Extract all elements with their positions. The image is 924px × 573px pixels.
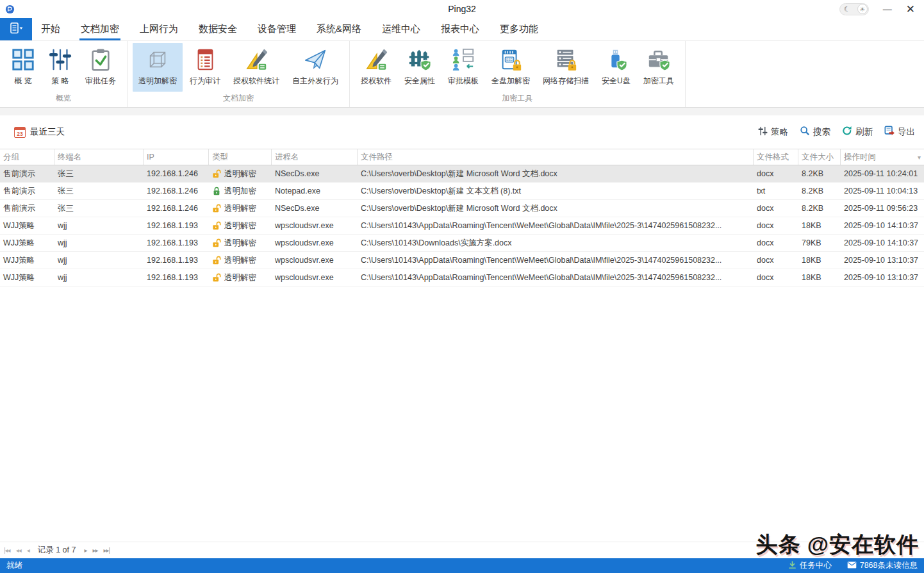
cell-group: WJJ策略 [0,217,54,234]
ribbon-item-label: 审批模板 [448,76,479,87]
column-header-7[interactable]: 文件格式 [754,149,798,165]
cell-ip: 192.168.1.193 [144,252,209,269]
ribbon-item[interactable]: 授权软件统计 [227,43,285,92]
cell-ip: 192.168.1.193 [144,269,209,286]
search-button[interactable]: 搜索 [800,126,830,138]
type-label: 透明解密 [224,272,256,283]
pager-prev-button[interactable]: ◂ [27,547,29,554]
ribbon-item[interactable]: 授权软件 [355,43,397,92]
ribbon-item[interactable]: 自主外发行为 [286,43,344,92]
cell-time: 2025-09-11 09:56:23 [841,200,924,217]
table-row[interactable]: 售前演示张三192.168.1.246透明解密NSecDs.exeC:\User… [0,165,924,183]
ribbon-item[interactable]: 策 略 [42,43,78,92]
column-header-5[interactable]: 进程名 [272,149,358,165]
table-row[interactable]: WJJ策略wjj192.168.1.193透明解密wpscloudsvr.exe… [0,269,924,286]
pager-next-button[interactable]: ▸ [84,547,87,554]
export-icon [884,126,895,138]
cell-ip: 192.168.1.246 [144,200,209,217]
ribbon-item[interactable]: 安全U盘 [596,43,636,92]
grid-header-row: 分组终端名IP类型进程名文件路径文件格式文件大小操作时间▾ [0,149,924,165]
menu-tab-6[interactable]: 系统&网络 [317,18,361,40]
minimize-button[interactable]: — [883,4,892,13]
column-header-9[interactable]: 操作时间▾ [841,149,924,165]
cell-path: C:\Users\10143\AppData\Roaming\Tencent\W… [358,252,754,269]
window-controls: ☾ ☀ — ✕ [839,3,924,15]
column-header-1[interactable]: 分组 [0,149,54,165]
close-button[interactable]: ✕ [906,4,915,15]
unread-messages-button[interactable]: 7868条未读信息 [847,560,918,571]
task-center-button[interactable]: 任务中心 [788,560,832,571]
cell-terminal: wjj [54,269,144,286]
cell-terminal: wjj [54,252,144,269]
type-label: 透明解密 [224,169,256,179]
export-button-label: 导出 [898,126,915,138]
menu-tab-7[interactable]: 运维中心 [382,18,420,40]
cell-path: C:\Users\10143\AppData\Roaming\Tencent\W… [358,217,754,234]
pager-first-button[interactable]: |◂◂ [4,547,10,554]
type-label: 透明解密 [224,255,256,266]
table-row[interactable]: WJJ策略wjj192.168.1.193透明解密wpscloudsvr.exe… [0,217,924,235]
policy-button-label: 策略 [771,126,788,138]
menu-tab-5[interactable]: 设备管理 [258,18,296,40]
filter-caret-icon[interactable]: ▾ [918,154,921,161]
pager-last-button[interactable]: ▸▸| [104,547,110,554]
ribbon-group: 概 览策 略审批任务概览 [0,41,128,107]
cell-path: C:\Users\overb\Desktop\新建 文本文档 (8).txt [358,183,754,199]
pager-fast-prev-button[interactable]: ◂◂ [16,547,21,554]
ribbon-item[interactable]: 安全属性 [399,43,441,92]
ribbon-item[interactable]: 概 览 [5,43,41,92]
lock-open-icon [212,256,221,265]
export-button[interactable]: 导出 [884,126,915,138]
cell-group: WJJ策略 [0,269,54,286]
menu-tabbar: 开始文档加密上网行为数据安全设备管理系统&网络运维中心报表中心更多功能 [0,18,924,41]
policy-button[interactable]: 策略 [758,126,788,138]
app-menu-button[interactable] [0,18,32,40]
column-header-label: 终端名 [58,152,82,163]
cell-terminal: wjj [54,235,144,251]
menu-tab-4[interactable]: 数据安全 [199,18,237,40]
column-header-2[interactable]: 终端名 [54,149,144,165]
cell-terminal: 张三 [54,165,144,182]
table-row[interactable]: 售前演示张三192.168.1.246透明解密NSecDs.exeC:\User… [0,200,924,217]
menu-tab-8[interactable]: 报表中心 [441,18,479,40]
refresh-button[interactable]: 刷新 [842,126,873,138]
ribbon-item[interactable]: 网络存储扫描 [537,43,595,92]
table-row[interactable]: WJJ策略wjj192.168.1.193透明解密wpscloudsvr.exe… [0,252,924,269]
titlebar: Ping32 ☾ ☀ — ✕ [0,0,924,18]
cell-type: 透明加密 [209,183,272,199]
cell-ip: 192.168.1.193 [144,235,209,251]
column-header-4[interactable]: 类型 [209,149,272,165]
sliders-small-icon [758,126,768,138]
menu-tab-2[interactable]: 文档加密 [81,18,119,40]
column-header-3[interactable]: IP [144,149,209,165]
cell-size: 18KB [798,252,841,269]
ribbon-group-label: 加密工具 [350,92,685,107]
cell-format: txt [754,183,798,199]
table-row[interactable]: WJJ策略wjj192.168.1.193透明解密wpscloudsvr.exe… [0,235,924,252]
menu-tab-9[interactable]: 更多功能 [500,18,538,40]
usb-shield-icon [604,46,628,74]
table-row[interactable]: 售前演示张三192.168.1.246透明加密Notepad.exeC:\Use… [0,183,924,200]
ribbon-item[interactable]: SSD全盘加解密 [486,43,536,92]
ribbon-item[interactable]: 透明加解密 [133,43,183,92]
theme-toggle[interactable]: ☾ ☀ [839,3,869,15]
menu-tab-1[interactable]: 开始 [41,18,60,40]
cell-type: 透明解密 [209,252,272,269]
menu-tab-3[interactable]: 上网行为 [140,18,178,40]
cell-process: Notepad.exe [272,183,358,199]
type-label: 透明解密 [224,220,256,231]
cell-size: 79KB [798,235,841,251]
ssd-lock-icon: SSD [499,46,523,74]
pager-fast-next-button[interactable]: ▸▸ [93,547,98,554]
column-header-6[interactable]: 文件路径 [358,149,754,165]
moon-icon: ☾ [844,6,850,13]
ribbon-item[interactable]: 审批任务 [79,43,122,92]
lock-open-icon [212,221,221,230]
ribbon-item[interactable]: 行为审计 [184,43,226,92]
column-header-8[interactable]: 文件大小 [798,149,841,165]
ribbon-item[interactable]: 加密工具 [638,43,680,92]
cell-process: wpscloudsvr.exe [272,269,358,286]
cell-time: 2025-09-10 14:10:37 [841,235,924,251]
date-filter[interactable]: 23 最近三天 [14,126,65,138]
ribbon-item[interactable]: 审批模板 [442,43,484,92]
